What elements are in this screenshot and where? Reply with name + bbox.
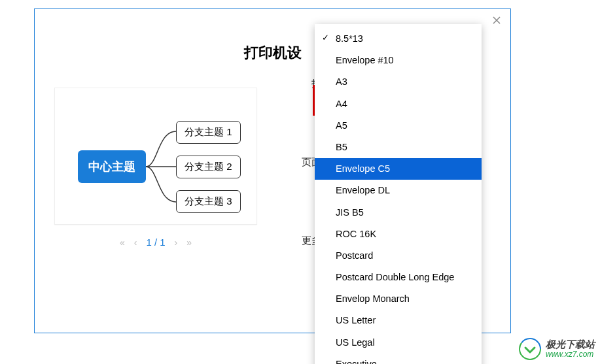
- pagination: « ‹ 1 / 1 › »: [54, 237, 257, 248]
- dropdown-item[interactable]: A3: [315, 71, 482, 93]
- dropdown-item[interactable]: US Legal: [315, 332, 482, 354]
- mindmap-branches: 分支主题 1 分支主题 2 分支主题 3: [176, 121, 241, 213]
- mindmap-connector: [146, 118, 176, 216]
- dropdown-item[interactable]: ROC 16K: [315, 223, 482, 245]
- watermark-logo-icon: [519, 338, 541, 360]
- dropdown-item[interactable]: B5: [315, 137, 482, 158]
- dropdown-item[interactable]: Envelope DL: [315, 180, 482, 201]
- dropdown-item[interactable]: A5: [315, 115, 482, 137]
- dropdown-item[interactable]: A4: [315, 93, 482, 115]
- page-size-dropdown[interactable]: 8.5*13Envelope #10A3A4A5B5Envelope C5Env…: [315, 24, 482, 364]
- close-button[interactable]: [491, 14, 503, 26]
- mindmap-branch-node: 分支主题 3: [176, 190, 241, 213]
- mindmap-branch-node: 分支主题 1: [176, 121, 241, 144]
- dropdown-item[interactable]: Envelope #10: [315, 50, 482, 71]
- dropdown-item[interactable]: Postcard: [315, 245, 482, 267]
- dropdown-item[interactable]: Postcard Double Long Edge: [315, 267, 482, 288]
- mindmap-center-node: 中心主题: [78, 150, 146, 183]
- watermark: 极光下载站 www.xz7.com: [519, 338, 595, 360]
- dropdown-item[interactable]: Envelope C5: [315, 158, 482, 180]
- dropdown-item[interactable]: US Letter: [315, 310, 482, 331]
- mindmap-preview: 中心主题 分支主题 1 分支主题 2 分支主题 3: [78, 118, 241, 216]
- dropdown-item[interactable]: 8.5*13: [315, 28, 482, 50]
- dropdown-item[interactable]: Executive: [315, 354, 482, 364]
- watermark-name: 极光下载站: [546, 339, 595, 350]
- mindmap-branch-node: 分支主题 2: [176, 156, 241, 178]
- dropdown-item[interactable]: JIS B5: [315, 202, 482, 223]
- page-first-button[interactable]: «: [120, 237, 125, 248]
- page-indicator: 1 / 1: [146, 237, 165, 248]
- page-last-button[interactable]: »: [186, 237, 192, 248]
- close-icon: [493, 16, 501, 24]
- watermark-url: www.xz7.com: [546, 350, 595, 359]
- dropdown-item[interactable]: Envelop Monarch: [315, 288, 482, 310]
- page-next-button[interactable]: ›: [175, 237, 178, 248]
- preview-card: 中心主题 分支主题 1 分支主题 2 分支主题 3: [54, 88, 257, 225]
- preview-pane: 中心主题 分支主题 1 分支主题 2 分支主题 3 « ‹ 1 / 1: [54, 88, 257, 248]
- page-prev-button[interactable]: ‹: [134, 237, 137, 248]
